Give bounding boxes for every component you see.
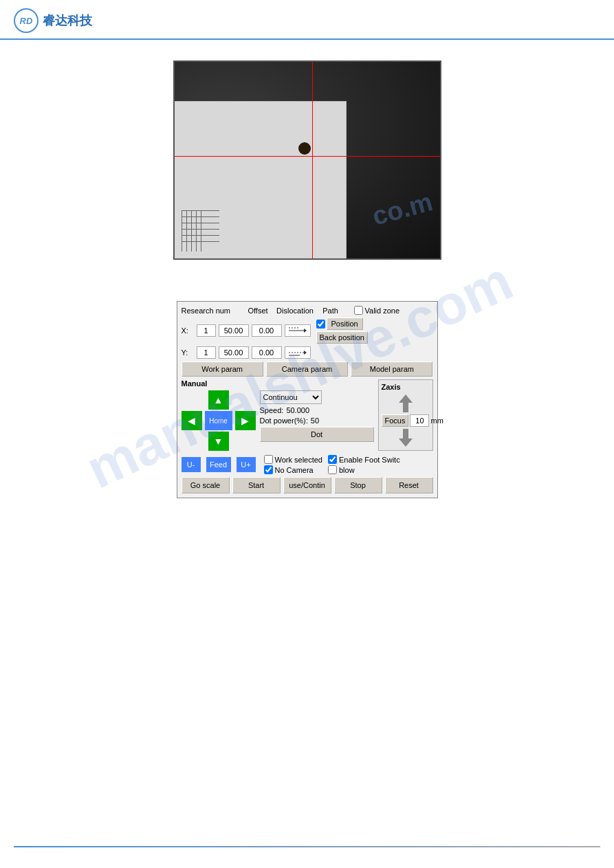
svg-rect-8	[403, 429, 408, 438]
svg-marker-1	[304, 329, 307, 333]
grid-line-v	[191, 210, 192, 252]
param-buttons-row: Work param Camera param Model param	[182, 361, 433, 377]
dot-button[interactable]: Dot	[260, 427, 374, 442]
grid-line-v	[201, 210, 201, 252]
grid-line-v	[186, 210, 187, 252]
white-panel	[175, 101, 347, 258]
path-header: Path	[317, 307, 344, 315]
work-selected-checkbox[interactable]	[264, 455, 273, 464]
focus-value-input[interactable]	[410, 414, 429, 427]
panel-header-row: Research num Offset Dislocation Path Val…	[182, 306, 433, 315]
x-research-num-input[interactable]	[197, 324, 216, 337]
zaxis-label: Zaxis	[382, 383, 430, 391]
valid-zone-checkbox[interactable]	[354, 306, 363, 315]
x-offset-input[interactable]	[219, 324, 249, 337]
logo-icon: RD	[14, 8, 39, 33]
camera-container: co.m	[0, 60, 614, 260]
no-camera-checkbox[interactable]	[264, 465, 273, 474]
arrow-row-middle: ◀ Home ▶	[182, 411, 256, 430]
arrow-left-button[interactable]: ◀	[182, 411, 202, 430]
company-name: 睿达科技	[43, 12, 92, 29]
arrow-right-button[interactable]: ▶	[235, 411, 256, 430]
svg-marker-4	[304, 350, 307, 355]
start-button[interactable]: Start	[232, 477, 281, 493]
research-num-header: Research num	[182, 307, 240, 315]
zaxis-focus-row: Focus mm	[382, 414, 430, 427]
back-position-button[interactable]: Back position	[316, 331, 368, 344]
work-param-button[interactable]: Work param	[182, 361, 263, 377]
x-data-row: X: Position Back position	[182, 318, 433, 344]
arrow-up-button[interactable]: ▲	[208, 390, 229, 410]
dot-power-row: Dot power(%): 50	[260, 416, 374, 425]
no-camera-label: No Camera	[275, 466, 314, 474]
arrow-row-bottom: ▼	[208, 432, 229, 451]
grid-line-v	[196, 210, 197, 252]
crosshair-horizontal	[175, 156, 440, 157]
camera-param-button[interactable]: Camera param	[266, 361, 348, 377]
grid-lines-v	[182, 210, 201, 252]
control-panel: Research num Offset Dislocation Path Val…	[177, 301, 438, 498]
go-scale-button[interactable]: Go scale	[182, 477, 230, 493]
crosshair-vertical	[312, 62, 313, 258]
manual-zaxis-row: Manual ▲ ◀ Home ▶ ▼	[182, 379, 433, 451]
u-plus-button[interactable]: U+	[237, 457, 256, 472]
grid-lines	[182, 210, 219, 252]
stop-button[interactable]: Stop	[334, 477, 382, 493]
dislocation-header: Dislocation	[276, 307, 314, 315]
action-buttons-row: Go scale Start use/Contin Stop Reset	[182, 477, 433, 493]
work-selected-label: Work selected	[275, 456, 323, 464]
valid-zone-label: Valid zone	[365, 307, 400, 315]
blow-row: blow	[328, 465, 400, 474]
zaxis-up-button[interactable]	[395, 394, 416, 413]
dot-power-value: 50	[311, 416, 319, 425]
speed-value: 50.000	[286, 406, 309, 414]
manual-section: Manual ▲ ◀ Home ▶ ▼	[182, 379, 374, 451]
blow-label: blow	[339, 466, 355, 474]
right-controls: Position Back position	[316, 318, 368, 344]
reset-button[interactable]: Reset	[385, 477, 433, 493]
path-svg-y	[287, 348, 308, 357]
arrow-row-top: ▲	[208, 390, 229, 410]
y-label: Y:	[182, 348, 194, 357]
enable-foot-switch-label: Enable Foot Switc	[339, 456, 400, 464]
arrow-down-button[interactable]: ▼	[208, 432, 229, 451]
camera-view: co.m	[173, 60, 441, 260]
u-minus-button[interactable]: U-	[182, 457, 201, 472]
y-dislocation-input[interactable]	[252, 346, 282, 359]
zaxis-section: Zaxis Focus mm	[378, 379, 433, 451]
home-button[interactable]: Home	[205, 411, 232, 430]
work-selected-row: Work selected	[264, 455, 323, 464]
focus-unit: mm	[430, 416, 443, 425]
zaxis-down-icon	[396, 427, 415, 448]
grid-line-v	[182, 210, 182, 252]
feed-button[interactable]: Feed	[206, 457, 231, 472]
enable-foot-switch-checkbox[interactable]	[328, 455, 337, 464]
offset-header: Offset	[243, 307, 274, 315]
speed-dot-section: Continuou Speed: 50.000 Dot power(%): 50…	[260, 390, 374, 451]
y-data-row: Y:	[182, 346, 433, 359]
no-camera-row: No Camera	[264, 465, 323, 474]
position-button[interactable]: Position	[327, 318, 363, 330]
focus-button[interactable]: Focus	[382, 414, 409, 427]
svg-rect-6	[403, 403, 408, 412]
control-panel-container: Research num Offset Dislocation Path Val…	[0, 301, 614, 498]
header: RD 睿达科技	[0, 0, 614, 40]
x-path-icon	[285, 324, 311, 337]
blow-checkbox[interactable]	[328, 465, 337, 474]
target-dot	[298, 142, 311, 155]
y-research-num-input[interactable]	[197, 346, 216, 359]
speed-row: Speed: 50.000	[260, 406, 374, 414]
use-continue-button[interactable]: use/Contin	[283, 477, 331, 493]
manual-label: Manual	[182, 379, 374, 388]
footer-line	[14, 846, 600, 847]
continuous-select[interactable]: Continuou	[260, 390, 322, 404]
enable-foot-switch-row: Enable Foot Switc	[328, 455, 400, 464]
position-checkbox[interactable]	[316, 320, 325, 329]
y-offset-input[interactable]	[219, 346, 249, 359]
x-dislocation-input[interactable]	[252, 324, 282, 337]
model-param-button[interactable]: Model param	[351, 361, 432, 377]
y-path-icon	[285, 346, 311, 359]
x-label: X:	[182, 326, 194, 335]
dot-power-label: Dot power(%):	[260, 416, 308, 425]
zaxis-down-button[interactable]	[395, 428, 416, 447]
